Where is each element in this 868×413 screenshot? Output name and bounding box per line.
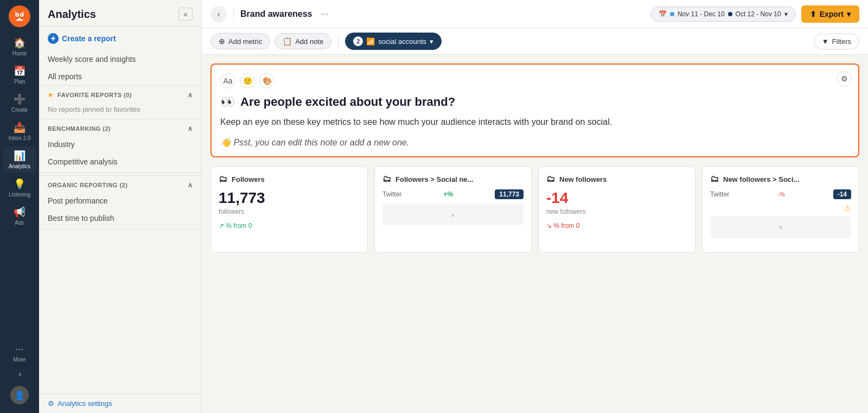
filter-icon: ▼: [822, 37, 829, 46]
gear-icon: ⚙: [48, 399, 54, 408]
organic-header-text: ORGANIC REPORTING (2): [48, 182, 127, 188]
eyes-emoji: 👀: [220, 95, 235, 109]
report-title: Brand awareness: [240, 9, 312, 19]
benchmarking-section-header[interactable]: BENCHMARKING (2) ∧: [39, 119, 201, 136]
metric-title-new-followers-social: New followers > Soci...: [723, 175, 800, 183]
note-hint-text: 👋 Psst, you can edit this note or add a …: [220, 137, 850, 148]
metric-badge-new-followers-social: -14: [833, 189, 851, 199]
metric-title-new-followers: New followers: [559, 175, 607, 183]
resize-handle[interactable]: ⌟: [853, 147, 856, 154]
metrics-grid: 🗂 Followers 11,773 followers ↗ % from 0 …: [210, 166, 859, 253]
sidebar-item-inbox[interactable]: 📥 Inbox 2.0: [3, 118, 36, 144]
chart-placeholder-2: ▼: [710, 217, 851, 238]
metric-percent-2: -%: [777, 191, 784, 198]
sidebar-divider-1: [39, 173, 201, 173]
export-chevron-icon: ▾: [847, 10, 851, 18]
filters-button[interactable]: ▼ Filters: [814, 34, 859, 49]
add-note-button[interactable]: 📋 Add note: [275, 33, 331, 49]
note-card: Aa 🙂 🎨 ⚙ 👀 Are people excited about your…: [210, 63, 859, 157]
create-report-button[interactable]: + Create a report: [39, 27, 201, 50]
metric-percent-1: +%: [443, 190, 453, 198]
social-accounts-label: social accounts: [378, 37, 426, 46]
analytics-settings-link[interactable]: ⚙ Analytics settings: [48, 399, 193, 408]
icon-navigation: 🏠 Home 📅 Plan ➕ Create 📥 Inbox 2.0 📊 Ana…: [0, 0, 39, 413]
sidebar-link-weekly-score[interactable]: Weekly score and insights: [39, 50, 201, 68]
home-icon: 🏠: [14, 37, 25, 49]
sidebar-item-more[interactable]: ··· More: [3, 340, 36, 366]
note-icon: 📋: [283, 37, 292, 46]
nav-label-listening: Listening: [9, 192, 30, 198]
metric-card-new-followers: 🗂 New followers -14 new followers ↘ % fr…: [538, 166, 695, 253]
back-button[interactable]: ‹: [210, 6, 227, 22]
metric-change-followers: ↗ % from 0: [219, 222, 360, 230]
sidebar-item-analytics[interactable]: 📊 Analytics: [3, 147, 36, 173]
note-body-text: Keep an eye on these key metrics to see …: [220, 116, 850, 129]
layers-icon-1: 🗂: [219, 174, 227, 184]
listening-icon: 💡: [14, 178, 25, 190]
no-reports-message: No reports pinned to favorites: [39, 102, 201, 119]
metric-card-followers-social: 🗂 Followers > Social ne... Twitter +% 11…: [374, 166, 532, 253]
metric-label-new-followers: new followers: [546, 208, 687, 215]
warning-icon: ⚠: [844, 204, 851, 212]
app-logo[interactable]: [9, 5, 30, 27]
note-settings-button[interactable]: ⚙: [837, 71, 852, 86]
nav-label-home: Home: [12, 50, 27, 56]
top-bar-right: 📅 Nov 11 - Dec 10 Oct 12 - Nov 10 ▾ ⬆ Ex…: [650, 5, 859, 23]
toolbar: ⊕ Add metric 📋 Add note 2 📶 social accou…: [202, 28, 868, 55]
metric-row-label-2: Twitter: [710, 190, 729, 198]
metric-value-new-followers: -14: [546, 189, 687, 207]
text-format-button[interactable]: Aa: [220, 73, 235, 88]
create-report-label: Create a report: [62, 34, 116, 43]
export-icon: ⬆: [810, 10, 816, 18]
nav-label-inbox: Inbox 2.0: [8, 135, 30, 141]
metric-badge-followers-social: 11,773: [495, 189, 524, 199]
top-bar-divider: [233, 8, 234, 21]
benchmarking-header-text: BENCHMARKING (2): [48, 125, 111, 132]
sidebar-item-collapse[interactable]: ∧: [3, 368, 36, 380]
add-metric-label: Add metric: [228, 37, 262, 46]
metric-header-followers-social: 🗂 Followers > Social ne...: [382, 174, 524, 184]
plus-icon: +: [48, 33, 59, 44]
sidebar-item-home[interactable]: 🏠 Home: [3, 34, 36, 60]
sidebar-item-ads[interactable]: 📢 Ads: [3, 203, 36, 229]
metric-value-followers: 11,773: [219, 189, 360, 207]
layers-icon-3: 🗂: [546, 174, 555, 184]
analytics-icon: 📊: [14, 150, 25, 162]
sidebar-item-listening[interactable]: 💡 Listening: [3, 175, 36, 201]
user-avatar[interactable]: 👤: [10, 386, 29, 404]
sidebar-item-create[interactable]: ➕ Create: [3, 90, 36, 116]
nav-label-more: More: [14, 357, 26, 363]
social-accounts-count: 2: [353, 36, 363, 46]
calendar-icon: 📅: [659, 10, 667, 18]
sidebar-link-post-performance[interactable]: Post performance: [39, 192, 201, 209]
more-options-button[interactable]: ···: [319, 7, 330, 21]
date-range-button[interactable]: 📅 Nov 11 - Dec 10 Oct 12 - Nov 10 ▾: [650, 7, 796, 22]
sidebar-collapse-button[interactable]: «: [178, 8, 193, 21]
plan-icon: 📅: [14, 65, 25, 77]
ads-icon: 📢: [14, 206, 25, 218]
organic-section-header[interactable]: ORGANIC REPORTING (2) ∧: [39, 175, 201, 192]
chevron-down-social-icon: ▾: [430, 37, 433, 46]
add-metric-button[interactable]: ⊕ Add metric: [210, 33, 270, 49]
sidebar-link-industry[interactable]: Industry: [39, 136, 201, 153]
note-heading: 👀 Are people excited about your brand?: [220, 95, 850, 109]
export-button[interactable]: ⬆ Export ▾: [801, 5, 859, 23]
analytics-settings-label: Analytics settings: [58, 399, 112, 408]
metric-change-new-followers: ↘ % from 0: [546, 222, 687, 230]
layers-icon-2: 🗂: [382, 174, 391, 184]
social-accounts-button[interactable]: 2 📶 social accounts ▾: [345, 33, 442, 50]
inbox-icon: 📥: [14, 122, 25, 134]
sidebar-link-all-reports[interactable]: All reports: [39, 68, 201, 85]
chevron-up-icon-organic: ∧: [188, 181, 193, 189]
favorite-reports-section-header[interactable]: ★ FAVORITE REPORTS (0) ∧: [39, 85, 201, 102]
metric-title-followers-social: Followers > Social ne...: [395, 175, 473, 183]
more-icon: ···: [15, 344, 23, 355]
color-button[interactable]: 🎨: [259, 73, 275, 88]
sidebar-link-best-time[interactable]: Best time to publish: [39, 209, 201, 227]
content-area: Aa 🙂 🎨 ⚙ 👀 Are people excited about your…: [202, 55, 868, 413]
main-content: ‹ Brand awareness ··· 📅 Nov 11 - Dec 10 …: [202, 0, 868, 413]
date-dot-current: [670, 12, 674, 16]
emoji-button[interactable]: 🙂: [240, 73, 255, 88]
sidebar-item-plan[interactable]: 📅 Plan: [3, 62, 36, 88]
sidebar-link-competitive[interactable]: Competitive analysis: [39, 153, 201, 170]
